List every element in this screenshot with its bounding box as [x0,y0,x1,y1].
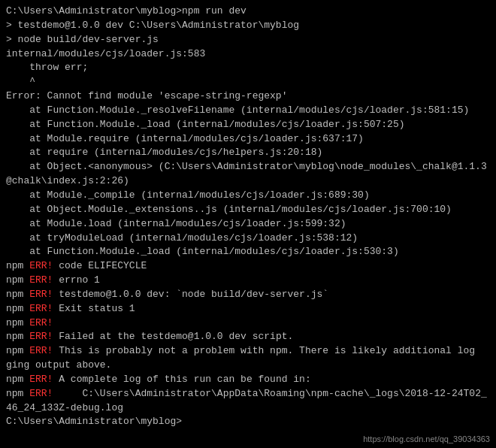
terminal-line: at Function.Module._load (internal/modul… [6,245,490,259]
terminal-line: npm ERR! C:\Users\Administrator\AppData\… [6,387,490,416]
terminal-line: > testdemo@1.0.0 dev C:\Users\Administra… [6,19,490,33]
terminal-line: > node build/dev-server.js [6,33,490,47]
terminal-line: at Module.load (internal/modules/cjs/loa… [6,217,490,232]
terminal-line: at Function.Module._resolveFilename (int… [6,104,490,118]
terminal-line: C:\Users\Administrator\myblog> [6,415,490,429]
terminal-line: throw err; [6,61,490,75]
terminal-line: at require (internal/modules/cjs/helpers… [6,146,490,160]
terminal-line: npm ERR! A complete log of this run can … [6,373,490,387]
watermark: https://blog.csdn.net/qq_39034363 [363,434,490,443]
terminal-line: Error: Cannot find module 'escape-string… [6,89,490,104]
terminal-line: npm ERR! code ELIFECYCLE [6,259,490,274]
terminal-line: at Module._compile (internal/modules/cjs… [6,189,490,203]
terminal-line: internal/modules/cjs/loader.js:583 [6,47,490,62]
terminal-line: npm ERR! testdemo@1.0.0 dev: `node build… [6,288,490,302]
terminal-line: at Function.Module._load (internal/modul… [6,118,490,132]
terminal-line: npm ERR! Failed at the testdemo@1.0.0 de… [6,330,490,344]
terminal-line: npm ERR! errno 1 [6,274,490,288]
terminal-line: at Object.Module._extensions..js (intern… [6,203,490,217]
terminal-line: at Module.require (internal/modules/cjs/… [6,132,490,147]
terminal-window: C:\Users\Administrator\myblog>npm run de… [0,0,496,448]
terminal-line: at tryModuleLoad (internal/modules/cjs/l… [6,232,490,246]
terminal-line: C:\Users\Administrator\myblog>npm run de… [6,5,490,19]
terminal-line: at Object.<anonymous> (C:\Users\Administ… [6,160,490,189]
terminal-line: ^ [6,75,490,89]
terminal-line: npm ERR! This is probably not a problem … [6,344,490,359]
terminal-line: npm ERR! [6,316,490,331]
terminal-line: ging output above. [6,359,490,373]
terminal-line: npm ERR! Exit status 1 [6,302,490,316]
